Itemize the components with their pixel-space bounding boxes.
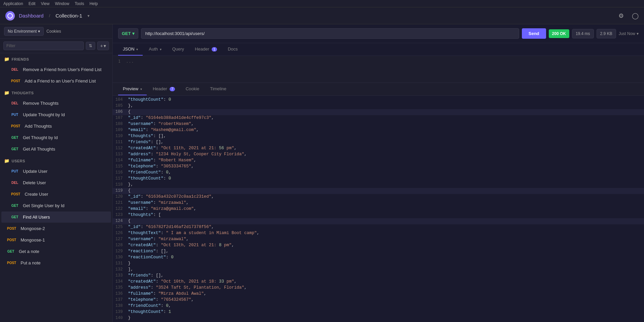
breadcrumb-collection[interactable]: Collection-1 [56,13,82,19]
sidebar-item-get-single-user[interactable]: GET Get Single User by Id [1,200,111,211]
sidebar-item-label: Delete User [23,180,46,185]
line-number: 137 [115,297,128,302]
request-tabs-row: JSON ▾ Auth ▾ Query Header 1 Docs [113,43,644,56]
tab-cookie[interactable]: Cookie [181,83,204,95]
method-badge-put: PUT [9,112,20,117]
sidebar-item-update-thought[interactable]: PUT Update Thought by Id [1,109,111,120]
line-number: 111 [115,140,128,144]
sidebar-item-get-all-thoughts[interactable]: GET Get All Thoughts [1,143,111,155]
sidebar-toolbar: ⇅ + ▾ [0,39,112,53]
line-number: 1 [118,59,120,64]
line-number: 104 [115,97,128,102]
code-line: 132 ], [113,267,644,273]
add-dropdown-icon: ▾ [104,43,106,49]
add-request-button[interactable]: + ▾ [97,41,109,50]
line-number: 116 [115,170,128,175]
tab-timeline[interactable]: Timeline [205,83,231,95]
filter-input[interactable] [3,41,84,50]
code-content: "email": "mirza@gmail.com", [128,206,196,211]
tab-query[interactable]: Query [168,43,189,56]
code-line: 107 "_id": "6164eb388ad41de4cffe97c3", [113,115,644,121]
tab-header[interactable]: Header 1 [190,43,222,56]
status-badge: 200 OK [549,29,569,38]
code-content: }, [128,103,133,108]
method-label: GET [122,31,131,36]
code-line: 115 "telephone": "3053334765", [113,164,644,170]
sidebar-item-put-note[interactable]: POST Put a note [1,257,111,268]
code-line: 130 "reactionCount": 0 [113,255,644,261]
environment-select[interactable]: No Environment ▾ [4,27,44,36]
tab-preview[interactable]: Preview ▾ [118,83,147,95]
sidebar-item-get-thought-by-id[interactable]: GET Get Thought by Id [1,132,111,143]
menu-help[interactable]: Help [90,1,98,6]
sidebar-item-remove-thoughts[interactable]: DEL Remove Thoughts [1,98,111,109]
sidebar-item-add-thoughts[interactable]: POST Add Thoughts [1,121,111,132]
line-number: 121 [115,200,128,205]
menu-application[interactable]: Application [3,1,23,6]
settings-icon[interactable]: ⚙ [618,12,624,20]
method-badge-get: GET [9,135,20,140]
cookies-button[interactable]: Cookies [46,29,61,34]
method-arrow-icon: ▾ [132,31,135,36]
body-line: 1 ... [118,59,639,64]
folder-icon: 📁 [4,57,10,62]
code-line: 137 "telephone": "7654324567", [113,297,644,303]
code-content: "thoughtText": " I am a student in Miami… [128,231,259,235]
sidebar-item-get-note[interactable]: GET Get a note [1,246,111,257]
code-line: 126 "thoughtText": " I am a student in M… [113,230,644,236]
menu-window[interactable]: Window [55,1,69,6]
sort-button[interactable]: ⇅ [86,42,95,50]
menu-edit[interactable]: Edit [29,1,36,6]
tab-auth[interactable]: Auth ▾ [144,43,166,56]
menu-view[interactable]: View [41,1,49,6]
code-content: "telephone": "7654324567", [128,297,194,302]
method-badge-del: DEL [9,101,20,106]
chevron-down-icon[interactable]: ▾ [87,13,90,18]
preview-arrow-icon: ▾ [140,87,142,91]
send-button[interactable]: Send [522,28,546,39]
tab-json-arrow: ▾ [136,47,138,51]
breadcrumb-separator: / [49,13,50,18]
tab-response-header[interactable]: Header 7 [148,83,180,95]
env-arrow: ▾ [38,29,40,34]
url-input[interactable] [141,28,519,39]
line-number: 123 [115,213,128,217]
line-number: 139 [115,310,128,314]
method-badge-post: POST [9,192,22,197]
sidebar-item-remove-friend[interactable]: DEL Remove a Friend from User's Friend L… [1,64,111,75]
line-number: 140 [115,316,128,320]
code-line: 109 "email": "Hashem@gmail.com", [113,127,644,133]
request-body-area: 1 ... [113,56,644,83]
code-line: 136 "fullname": "Mirza Abdul Awal", [113,291,644,297]
tab-docs[interactable]: Docs [223,43,243,56]
line-number: 138 [115,303,128,308]
code-content: { [128,109,131,114]
code-line: 110 "thoughts": [], [113,133,644,139]
group-label-users: USERS [12,159,25,163]
sort-icon: ⇅ [89,43,92,48]
tab-json[interactable]: JSON ▾ [118,43,143,56]
line-number: 110 [115,134,128,138]
sidebar-group-thoughts[interactable]: 📁 THOUGHTS [0,87,112,97]
sidebar-item-mongoose-1[interactable]: POST Mongoose-1 [1,234,111,246]
sidebar-item-update-user[interactable]: PUT Update User [1,166,111,177]
line-number: 122 [115,206,128,211]
method-selector[interactable]: GET ▾ [118,28,138,39]
sidebar-group-users[interactable]: 📁 USERS [0,155,112,165]
sidebar-item-create-user[interactable]: POST Create User [1,189,111,200]
breadcrumb-dashboard[interactable]: Dashboard [19,13,43,19]
app-logo-inner [7,13,13,19]
user-icon[interactable]: ◯ [632,12,639,20]
code-content: "thoughtCount": 0 [128,97,171,102]
menu-tools[interactable]: Tools [75,1,84,6]
sidebar-group-friends[interactable]: 📁 FRIENDS [0,53,112,64]
sidebar-item-delete-user[interactable]: DEL Delete User [1,177,111,188]
code-content: "friends": [], [128,140,164,144]
main-layout: No Environment ▾ Cookies ⇅ + ▾ 📁 FRIENDS [0,24,644,322]
code-content: ], [128,267,133,272]
sidebar-item-mongoose-2[interactable]: POST Mongoose-2 [1,223,111,234]
sidebar-item-find-all-users[interactable]: GET Find All Users [1,212,111,223]
line-number: 136 [115,291,128,296]
sidebar-item-add-friend[interactable]: POST Add a Friend to an User's Friend Li… [1,75,111,87]
sidebar-item-label: Get a note [19,249,39,254]
